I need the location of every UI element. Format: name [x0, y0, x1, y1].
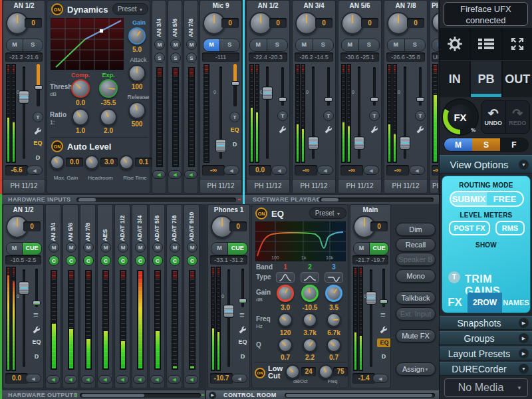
- options-icon[interactable]: ≡: [239, 312, 245, 319]
- trim-button[interactable]: T: [33, 112, 43, 122]
- collapse-strip-button[interactable]: ◀: [271, 166, 287, 175]
- collapse-strip-button[interactable]: ◀: [317, 166, 333, 175]
- mute-button[interactable]: M: [83, 242, 94, 253]
- wrench-icon[interactable]: [416, 125, 425, 134]
- mute-button[interactable]: M: [170, 39, 181, 50]
- auto-level-knob-rise-time[interactable]: [119, 155, 134, 170]
- hardware-inputs-scrollbar[interactable]: [76, 198, 236, 202]
- dynamics-tab[interactable]: D: [228, 141, 241, 148]
- dynamics-on-button[interactable]: ON: [51, 3, 63, 15]
- solo-button[interactable]: S: [267, 39, 287, 51]
- volume-fader-handle[interactable]: [308, 136, 319, 150]
- band-gain-knob[interactable]: [325, 285, 342, 302]
- expand-strip-button[interactable]: ◀: [184, 170, 198, 179]
- solo-button[interactable]: S: [186, 53, 197, 63]
- cue-button[interactable]: C: [49, 255, 59, 266]
- solo-button[interactable]: S: [154, 53, 165, 63]
- band-freq-knob[interactable]: [278, 313, 293, 327]
- ext-input-button[interactable]: Ext. Input: [396, 307, 436, 321]
- volume-fader-track[interactable]: [266, 66, 269, 159]
- gain-trim-slider[interactable]: [35, 269, 38, 307]
- channel-strip-an-1-2[interactable]: AN 1/20MCUE-10.5 -2.50≡EQD0.0◀: [3, 204, 44, 388]
- volume-fader-track[interactable]: [404, 66, 406, 159]
- dynamics-tab[interactable]: D: [236, 353, 249, 360]
- wrench-icon[interactable]: [32, 325, 41, 334]
- volume-fader-handle[interactable]: [400, 136, 410, 150]
- row-split-divider[interactable]: [243, 0, 245, 204]
- dynamics-tab[interactable]: D: [31, 154, 45, 161]
- routing-target[interactable]: PH: [430, 179, 438, 193]
- exp-ratio-knob[interactable]: [100, 108, 117, 126]
- channel-strip-main[interactable]: Main0MCUE-21.7 -19.70≡EQD-1.4◀: [350, 204, 391, 388]
- submix-button[interactable]: SUBMIX: [451, 192, 487, 205]
- volume-fader-handle[interactable]: [215, 139, 226, 152]
- cue-button[interactable]: C: [152, 255, 163, 266]
- dim-button[interactable]: Dim: [396, 223, 436, 236]
- view-options-header[interactable]: View Options ▼: [440, 155, 532, 174]
- volume-fader-track[interactable]: [227, 269, 230, 367]
- pan-knob[interactable]: [249, 12, 272, 35]
- dyn-release-knob[interactable]: [128, 102, 146, 119]
- pan-knob[interactable]: [432, 12, 439, 32]
- speaker-b-button[interactable]: Speaker B: [396, 253, 436, 266]
- mute-button[interactable]: M: [170, 242, 180, 253]
- cue-button[interactable]: C: [83, 255, 94, 266]
- options-icon[interactable]: ≡: [33, 312, 39, 319]
- mute-button[interactable]: M: [250, 39, 267, 51]
- volume-fader-handle[interactable]: [366, 291, 376, 305]
- channel-strip-an-1-2[interactable]: AN 1/20MS-21.2 -21.60TEQD-6.6◀PH 11/12: [3, 0, 45, 194]
- mute-button[interactable]: M: [354, 243, 369, 255]
- collapse-strip-button[interactable]: ◀: [25, 374, 41, 383]
- collapse-strip-button[interactable]: ◀: [223, 166, 239, 175]
- band-gain-knob[interactable]: [277, 285, 294, 302]
- band-q-knob[interactable]: [303, 338, 317, 352]
- settings-button[interactable]: [440, 28, 469, 60]
- dyn-attack-knob[interactable]: [128, 65, 146, 82]
- band-type-button[interactable]: [276, 272, 295, 283]
- hardware-outputs-scrollbar[interactable]: [80, 393, 201, 398]
- volume-fader-handle[interactable]: [262, 86, 273, 100]
- mute-button[interactable]: M: [203, 39, 219, 51]
- mute-fx-button[interactable]: Mute FX: [396, 329, 436, 342]
- auto-level-knob-max-gain[interactable]: [50, 155, 65, 170]
- gain-trim-slider[interactable]: [37, 64, 40, 106]
- mute-button[interactable]: M: [388, 39, 404, 51]
- channel-strip-aes[interactable]: AESMC◀: [97, 204, 113, 388]
- mute-button[interactable]: M: [49, 242, 59, 253]
- mute-button[interactable]: M: [66, 242, 76, 253]
- mute-button[interactable]: M: [432, 39, 439, 51]
- section-snapshots[interactable]: Snapshots▶: [440, 316, 532, 330]
- trim-button[interactable]: T: [277, 110, 288, 121]
- wrench-icon[interactable]: [278, 125, 287, 134]
- free-button[interactable]: FREE: [487, 192, 523, 205]
- band-freq-knob[interactable]: [303, 313, 317, 327]
- cue-button[interactable]: CUE: [227, 243, 247, 255]
- mono-button[interactable]: Mono: [396, 269, 436, 283]
- volume-fader-track[interactable]: [23, 66, 25, 159]
- pan-knob[interactable]: [341, 12, 364, 35]
- mute-button[interactable]: M: [342, 39, 358, 51]
- trim-button[interactable]: T: [323, 110, 334, 121]
- pan-knob[interactable]: [295, 12, 318, 35]
- assign-button[interactable]: Assign ▼: [396, 362, 436, 376]
- solo-button[interactable]: S: [170, 53, 181, 63]
- eq-tab[interactable]: EQ: [377, 338, 391, 347]
- lowcut-on-button[interactable]: ON: [255, 368, 265, 378]
- routing-target[interactable]: PH 11/12: [200, 179, 241, 193]
- fx-view-tab[interactable]: FX: [442, 296, 467, 309]
- band-gain-knob[interactable]: [301, 285, 319, 302]
- expand-strip-button[interactable]: ◀: [152, 170, 166, 179]
- gain-trim-slider[interactable]: [419, 67, 422, 106]
- collapse-strip-button[interactable]: ◀: [409, 166, 425, 175]
- routing-target[interactable]: PH 11/12: [3, 179, 45, 193]
- dyn-gain-knob[interactable]: [128, 27, 146, 45]
- mute-button[interactable]: M: [187, 242, 198, 253]
- band-q-knob[interactable]: [278, 338, 293, 352]
- solo-button[interactable]: S: [219, 39, 239, 51]
- volume-fader-handle[interactable]: [19, 281, 29, 295]
- eq-on-button[interactable]: ON: [255, 207, 267, 219]
- mixer-view-button[interactable]: [471, 28, 501, 60]
- expand-strip-button[interactable]: ◀: [64, 375, 77, 384]
- channel-strip-an-7-8[interactable]: AN 7/8MS◀: [184, 0, 198, 194]
- mute-button[interactable]: M: [7, 39, 23, 51]
